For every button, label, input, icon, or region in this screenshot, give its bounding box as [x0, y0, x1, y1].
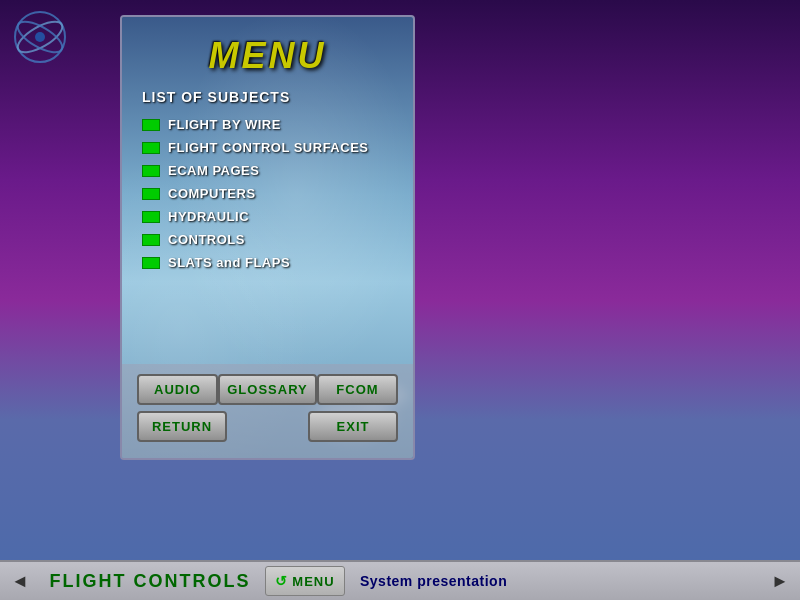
subject-label: FLIGHT BY WIRE	[168, 117, 281, 132]
nav-prev-button[interactable]: ◄	[0, 561, 40, 600]
return-button[interactable]: RETURN	[137, 411, 227, 442]
subject-indicator	[142, 234, 160, 246]
menu-title: MENU	[122, 17, 413, 89]
nav-system-text: System presentation	[350, 573, 760, 589]
button-row-top: AUDIO GLOSSARY FCOM	[137, 374, 398, 405]
subject-item-slats-flaps[interactable]: SLATS and FLAPS	[142, 255, 393, 270]
subject-label: FLIGHT CONTROL SURFACES	[168, 140, 368, 155]
glossary-button[interactable]: GLOSSARY	[218, 374, 317, 405]
button-row-bottom: RETURN EXIT	[137, 411, 398, 442]
nav-menu-label: MENU	[292, 574, 334, 589]
subject-indicator	[142, 257, 160, 269]
subject-item-ecam-pages[interactable]: ECAM PAGES	[142, 163, 393, 178]
subject-item-hydraulic[interactable]: HYDRAULIC	[142, 209, 393, 224]
nav-next-button[interactable]: ►	[760, 561, 800, 600]
menu-buttons: AUDIO GLOSSARY FCOM RETURN EXIT	[122, 364, 413, 458]
subject-item-computers[interactable]: COMPUTERS	[142, 186, 393, 201]
nav-bar: ◄ FLIGHT CONTROLS ↺ MENU System presenta…	[0, 560, 800, 600]
nav-menu-button[interactable]: ↺ MENU	[265, 566, 345, 596]
audio-button[interactable]: AUDIO	[137, 374, 218, 405]
subject-indicator	[142, 211, 160, 223]
subject-item-controls[interactable]: CONTROLS	[142, 232, 393, 247]
subject-indicator	[142, 165, 160, 177]
nav-menu-icon: ↺	[275, 573, 288, 589]
list-of-subjects: LIST OF SUBJECTS FLIGHT BY WIRE FLIGHT C…	[122, 89, 413, 270]
exit-button[interactable]: EXIT	[308, 411, 398, 442]
svg-point-3	[35, 32, 45, 42]
subject-label: SLATS and FLAPS	[168, 255, 290, 270]
subject-indicator	[142, 142, 160, 154]
subject-item-flight-control-surfaces[interactable]: FLIGHT CONTROL SURFACES	[142, 140, 393, 155]
menu-panel: MENU LIST OF SUBJECTS FLIGHT BY WIRE FLI…	[120, 15, 415, 460]
subject-indicator	[142, 119, 160, 131]
subject-label: HYDRAULIC	[168, 209, 249, 224]
subject-label: COMPUTERS	[168, 186, 256, 201]
subject-label: CONTROLS	[168, 232, 245, 247]
fcom-button[interactable]: FCOM	[317, 374, 398, 405]
subject-item-flight-by-wire[interactable]: FLIGHT BY WIRE	[142, 117, 393, 132]
subject-label: ECAM PAGES	[168, 163, 259, 178]
list-heading: LIST OF SUBJECTS	[142, 89, 393, 105]
subject-indicator	[142, 188, 160, 200]
logo	[10, 10, 70, 65]
nav-section-title: FLIGHT CONTROLS	[40, 571, 260, 592]
